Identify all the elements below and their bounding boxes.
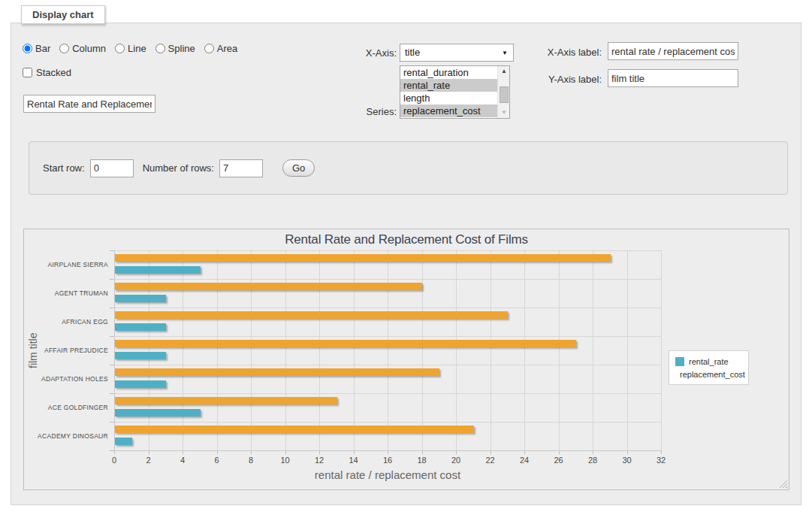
y-axis-title: film title (27, 250, 39, 450)
x-tick-label: 16 (383, 456, 392, 465)
y-tickmark (110, 365, 114, 365)
bar-replacement_cost (115, 368, 439, 376)
v-gridline (524, 250, 525, 450)
num-rows-label: Number of rows: (143, 162, 214, 174)
v-gridline (319, 250, 320, 450)
h-gridline (114, 365, 661, 365)
go-button[interactable]: Go (282, 159, 315, 177)
series-option-rental-duration[interactable]: rental_duration (400, 66, 509, 79)
legend-item-replacement_cost[interactable]: replacement_cost (675, 368, 742, 380)
x-tick-label: 0 (112, 456, 116, 465)
h-gridline (114, 250, 661, 251)
radio-line-label[interactable]: Line (128, 43, 146, 54)
x-axis-label-input[interactable] (608, 42, 738, 60)
y-axis-line (114, 250, 115, 450)
bar-rental_rate (115, 323, 166, 331)
series-select-label: Series: (337, 106, 397, 117)
radio-bar[interactable] (23, 44, 32, 53)
x-axis-selected-value: title (405, 47, 420, 58)
chart-type-radios: Bar Column Line Spline Area (23, 43, 243, 54)
x-tickmark (661, 450, 662, 454)
radio-area-label[interactable]: Area (217, 43, 237, 54)
y-tickmark (110, 336, 114, 337)
x-tick-label: 26 (554, 456, 563, 465)
legend-swatch-icon (675, 357, 684, 366)
x-tick-label: 22 (485, 456, 494, 465)
y-axis-label-label: Y-Axis label: (530, 74, 602, 85)
series-option-length[interactable]: length (400, 92, 509, 105)
num-rows-input[interactable] (219, 159, 263, 177)
x-tick-label: 28 (588, 456, 597, 465)
x-axis-label-label: X-Axis label: (530, 47, 602, 58)
chart-title: Rental Rate and Replacement Cost of Film… (24, 232, 789, 247)
y-tickmark (110, 279, 114, 280)
series-option-rental-rate[interactable]: rental_rate (400, 79, 509, 92)
bar-rental_rate (115, 295, 166, 302)
radio-column-label[interactable]: Column (72, 43, 106, 54)
scroll-down-icon[interactable]: ▼ (498, 108, 510, 118)
y-axis-label-input[interactable] (608, 69, 738, 87)
scroll-up-icon[interactable]: ▲ (498, 66, 510, 77)
chart-container: Rental Rate and Replacement Cost of Film… (23, 229, 789, 490)
v-gridline (627, 250, 628, 450)
v-gridline (559, 250, 560, 450)
x-tick-label: 12 (315, 456, 324, 465)
x-tick-label: 24 (520, 456, 529, 465)
bar-rental_rate (115, 409, 201, 417)
series-option-replacement-cost[interactable]: replacement_cost (400, 105, 509, 117)
rows-control-panel: Start row: Number of rows: Go (29, 141, 788, 195)
h-gridline (114, 279, 661, 280)
v-gridline (354, 250, 355, 450)
radio-column[interactable] (59, 44, 69, 53)
v-gridline (183, 250, 183, 450)
bar-replacement_cost (115, 283, 422, 290)
h-gridline (114, 336, 661, 337)
scrollbar-thumb[interactable] (500, 86, 509, 103)
x-tick-label: 18 (417, 456, 426, 465)
radio-line[interactable] (115, 44, 125, 53)
x-tick-label: 14 (349, 456, 358, 465)
start-row-input[interactable] (90, 159, 134, 177)
bar-rental_rate (115, 266, 201, 274)
legend-item-rental_rate[interactable]: rental_rate (675, 355, 742, 368)
h-gridline (114, 422, 661, 423)
legend-label: replacement_cost (680, 370, 745, 379)
bar-replacement_cost (115, 254, 611, 262)
x-tick-label: 2 (146, 456, 150, 465)
radio-spline-label[interactable]: Spline (168, 43, 195, 54)
series-listbox[interactable]: rental_duration rental_rate length repla… (400, 65, 510, 119)
x-tick-label: 30 (622, 456, 631, 465)
chart-title-input[interactable] (23, 95, 155, 113)
radio-bar-label[interactable]: Bar (35, 43, 50, 54)
y-tickmark (110, 422, 114, 423)
bar-replacement_cost (115, 311, 508, 319)
stacked-checkbox[interactable] (23, 68, 32, 77)
v-gridline (388, 250, 388, 450)
x-tick-label: 6 (214, 456, 219, 465)
bar-replacement_cost (115, 426, 474, 433)
x-tick-label: 20 (451, 456, 460, 465)
panel-title: Display chart (21, 5, 105, 24)
h-gridline (114, 308, 661, 308)
y-tickmark (110, 308, 114, 308)
x-tick-label: 4 (180, 456, 185, 465)
y-tickmark (110, 250, 114, 251)
h-gridline (114, 393, 661, 394)
v-gridline (491, 250, 491, 450)
legend-label: rental_rate (689, 357, 729, 366)
bar-replacement_cost (115, 397, 337, 404)
v-gridline (285, 250, 286, 450)
v-gridline (422, 250, 423, 450)
radio-spline[interactable] (155, 44, 165, 53)
radio-area[interactable] (204, 44, 214, 53)
listbox-scrollbar[interactable]: ▲ ▼ (497, 66, 509, 118)
v-gridline (593, 250, 593, 450)
stacked-label[interactable]: Stacked (36, 67, 71, 78)
v-gridline (456, 250, 457, 450)
display-chart-panel: Display chart Bar Column Line Spline Are… (11, 23, 801, 505)
stacked-row: Stacked (23, 67, 71, 78)
v-gridline (217, 250, 218, 450)
x-axis-line (114, 450, 661, 451)
x-axis-select[interactable]: title ▼ (400, 44, 514, 62)
v-gridline (251, 250, 252, 450)
